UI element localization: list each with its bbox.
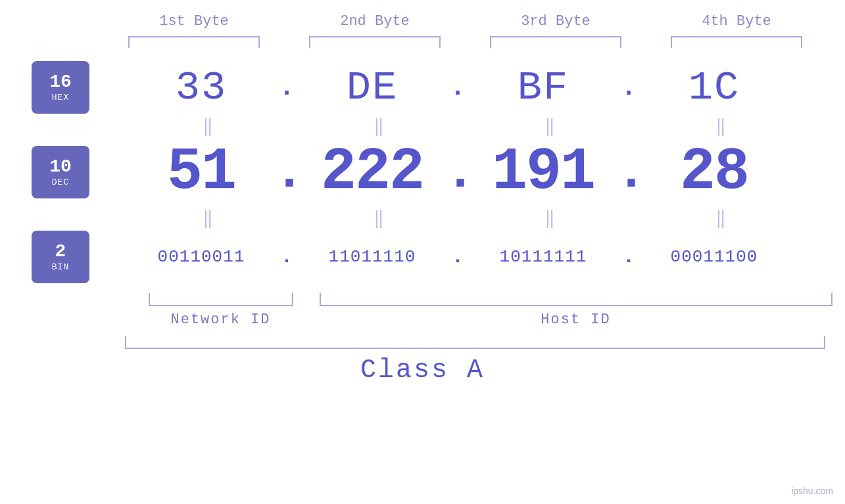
hex-dot-1: . xyxy=(274,73,300,103)
main-container: 1st Byte 2nd Byte 3rd Byte 4th Byte 16 H… xyxy=(0,0,845,504)
network-bracket xyxy=(149,293,293,306)
hex-val-3: BF xyxy=(471,64,616,111)
bin-badge: 2 BIN xyxy=(32,231,89,283)
bracket-top-4 xyxy=(671,36,802,48)
dec-dot-2: . xyxy=(445,143,471,202)
bin-val-3: 10111111 xyxy=(471,247,616,267)
dec-val-2: 222 xyxy=(300,139,445,206)
byte-label-3: 3rd Byte xyxy=(483,13,628,30)
dec-dot-1: . xyxy=(274,143,300,202)
equals-2-4: ‖ xyxy=(648,208,793,229)
equals-1-2: ‖ xyxy=(306,116,451,137)
class-label: Class A xyxy=(0,355,845,385)
bracket-top-1 xyxy=(128,36,260,48)
watermark: ipshu.com xyxy=(791,486,833,496)
byte-label-4: 4th Byte xyxy=(664,13,809,30)
byte-headers: 1st Byte 2nd Byte 3rd Byte 4th Byte xyxy=(104,13,827,30)
equals-2-3: ‖ xyxy=(477,208,622,229)
bracket-top-3 xyxy=(490,36,621,48)
dec-base-label: DEC xyxy=(52,177,69,187)
hex-values: 33 . DE . BF . 1C xyxy=(129,64,845,111)
dec-row: 10 DEC 51 . 222 . 191 . 28 xyxy=(0,139,845,206)
bin-values: 00110011 . 11011110 . 10111111 . 0001110… xyxy=(129,246,845,268)
equals-2-2: ‖ xyxy=(306,208,451,229)
bin-dot-2: . xyxy=(445,246,471,268)
equals-row-2: ‖ ‖ ‖ ‖ xyxy=(135,206,845,231)
equals-1-1: ‖ xyxy=(135,116,280,137)
network-id-label: Network ID xyxy=(149,311,293,328)
dec-values: 51 . 222 . 191 . 28 xyxy=(129,139,845,206)
hex-base-number: 16 xyxy=(49,72,72,93)
bin-row: 2 BIN 00110011 . 11011110 . 10111111 . 0… xyxy=(0,231,845,283)
dec-badge: 10 DEC xyxy=(32,146,89,198)
bin-base-number: 2 xyxy=(55,242,66,262)
bin-base-label: BIN xyxy=(52,262,69,272)
bracket-top-2 xyxy=(309,36,441,48)
class-bracket xyxy=(125,336,825,349)
bottom-brackets xyxy=(149,286,833,306)
byte-label-2: 2nd Byte xyxy=(302,13,447,30)
equals-1-4: ‖ xyxy=(648,116,793,137)
bin-val-1: 00110011 xyxy=(129,247,274,267)
dec-val-1: 51 xyxy=(129,139,274,206)
bin-val-4: 00011100 xyxy=(642,247,786,267)
equals-2-1: ‖ xyxy=(135,208,280,229)
bin-dot-3: . xyxy=(616,246,642,268)
equals-1-3: ‖ xyxy=(477,116,622,137)
hex-val-2: DE xyxy=(300,64,445,111)
hex-row: 16 HEX 33 . DE . BF . 1C xyxy=(0,61,845,114)
hex-val-4: 1C xyxy=(642,64,786,111)
hex-base-label: HEX xyxy=(52,93,69,103)
hex-dot-3: . xyxy=(616,73,642,103)
hex-dot-2: . xyxy=(445,73,471,103)
dec-val-4: 28 xyxy=(642,139,786,206)
host-bracket xyxy=(320,293,833,306)
top-brackets xyxy=(104,36,827,48)
dec-base-number: 10 xyxy=(49,157,72,177)
hex-val-1: 33 xyxy=(129,64,274,111)
byte-label-1: 1st Byte xyxy=(122,13,266,30)
bin-val-2: 11011110 xyxy=(300,247,445,267)
dec-val-3: 191 xyxy=(471,139,616,206)
dec-dot-3: . xyxy=(616,143,642,202)
bin-dot-1: . xyxy=(274,246,300,268)
class-bracket-row xyxy=(125,336,825,349)
id-labels-row: Network ID Host ID xyxy=(149,311,833,328)
equals-row-1: ‖ ‖ ‖ ‖ xyxy=(135,114,845,139)
hex-badge: 16 HEX xyxy=(32,61,89,114)
host-id-label: Host ID xyxy=(320,311,833,328)
